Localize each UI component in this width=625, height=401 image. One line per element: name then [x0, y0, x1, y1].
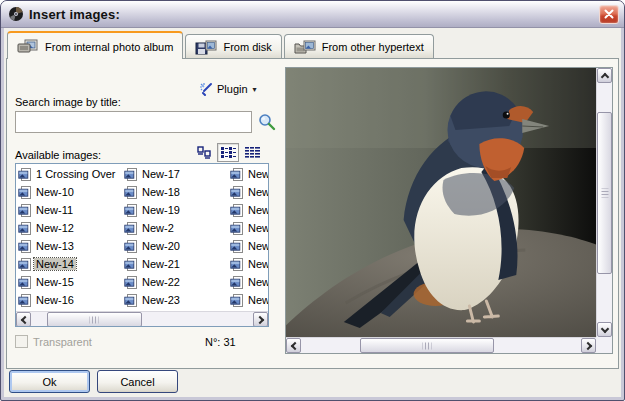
tab-from-other-hypertext[interactable]: From other hypertext	[284, 34, 434, 59]
scroll-left-button[interactable]	[286, 338, 301, 353]
list-item[interactable]: New-15	[16, 273, 122, 291]
tab-label: From other hypertext	[322, 41, 424, 53]
search-icon[interactable]	[257, 112, 277, 132]
list-item[interactable]: New-11	[16, 201, 122, 219]
image-file-icon	[230, 186, 243, 199]
list-item[interactable]: New-10	[16, 183, 122, 201]
image-file-icon	[124, 222, 137, 235]
list-item[interactable]: New	[228, 219, 268, 237]
list-item-label: New-20	[140, 240, 182, 252]
image-file-icon	[18, 294, 31, 307]
tab-from-disk[interactable]: From disk	[185, 34, 281, 59]
list-item[interactable]: New-22	[122, 273, 228, 291]
chevron-right-icon	[583, 341, 591, 349]
list-view-icon	[221, 146, 236, 159]
list-item-label: New	[246, 204, 268, 216]
footer: Ok Cancel	[4, 367, 621, 397]
scroll-thumb[interactable]	[597, 112, 612, 275]
image-file-icon	[124, 276, 137, 289]
transparent-label: Transparent	[33, 336, 92, 348]
image-file-icon	[124, 168, 137, 181]
close-icon	[604, 9, 614, 19]
list-item[interactable]: New	[228, 183, 268, 201]
list-item[interactable]: New	[228, 165, 268, 183]
list-item[interactable]: New	[228, 237, 268, 255]
list-column-2: New-17New-18New-19New-2New-20New-21New-2…	[122, 164, 228, 311]
list-item-label: New-23	[140, 294, 182, 306]
list-item[interactable]: 1 Crossing Over	[16, 165, 122, 183]
sort-by-name-button[interactable]	[193, 143, 215, 162]
preview-image-swallow	[286, 68, 596, 337]
list-item-label: New	[246, 186, 268, 198]
titlebar: Insert images:	[1, 1, 624, 28]
list-columns: 1 Crossing OverNew-10New-11New-12New-13N…	[16, 164, 268, 311]
preview-vertical-scrollbar[interactable]	[596, 68, 612, 337]
image-file-icon	[124, 204, 137, 217]
list-item-label: New	[246, 168, 268, 180]
list-item[interactable]: New-16	[16, 291, 122, 309]
list-item[interactable]: New-13	[16, 237, 122, 255]
list-item[interactable]: New	[228, 273, 268, 291]
close-button[interactable]	[599, 5, 619, 24]
image-count-label: N°: 31	[205, 336, 236, 348]
scroll-left-button[interactable]	[16, 312, 31, 327]
scrollbar-corner	[596, 337, 612, 353]
details-view-button[interactable]	[241, 143, 263, 162]
list-item[interactable]: New	[228, 255, 268, 273]
list-item[interactable]: New-14	[16, 255, 122, 273]
available-images-list[interactable]: 1 Crossing OverNew-10New-11New-12New-13N…	[15, 163, 269, 327]
list-item[interactable]: New	[228, 291, 268, 309]
tab-strip: From internal photo album From disk	[7, 31, 619, 59]
image-file-icon	[124, 258, 137, 271]
list-column-3: NewNewNewNewNewNewNewNew	[228, 164, 268, 311]
tab-label: From disk	[223, 41, 271, 53]
scroll-track[interactable]	[597, 83, 612, 322]
image-file-icon	[18, 168, 31, 181]
chevron-right-icon	[255, 315, 263, 323]
scroll-right-button[interactable]	[581, 338, 596, 353]
list-horizontal-scrollbar[interactable]	[16, 311, 268, 327]
list-item-label: New-15	[34, 276, 76, 288]
ok-button[interactable]: Ok	[9, 370, 90, 393]
scroll-up-button[interactable]	[597, 68, 612, 83]
image-file-icon	[230, 258, 243, 271]
list-item[interactable]: New-19	[122, 201, 228, 219]
list-item[interactable]: New-2	[122, 219, 228, 237]
scroll-down-button[interactable]	[597, 322, 612, 337]
disk-photo-icon	[195, 40, 217, 55]
list-item[interactable]: New-20	[122, 237, 228, 255]
scroll-thumb[interactable]	[360, 338, 494, 353]
list-item-label: New-19	[140, 204, 182, 216]
image-file-icon	[18, 276, 31, 289]
wand-icon	[199, 82, 213, 96]
search-input[interactable]	[15, 111, 252, 133]
preview-horizontal-scrollbar[interactable]	[286, 337, 596, 353]
scroll-thumb[interactable]	[47, 312, 142, 327]
swallow-photo	[286, 68, 596, 337]
list-item[interactable]: New-23	[122, 291, 228, 309]
image-file-icon	[230, 276, 243, 289]
list-item[interactable]: New-21	[122, 255, 228, 273]
list-view-button[interactable]	[217, 143, 239, 162]
page-title: Insert images:	[29, 7, 599, 22]
list-item[interactable]: New-17	[122, 165, 228, 183]
scroll-track[interactable]	[31, 312, 253, 327]
plugin-dropdown-button[interactable]: Plugin ▾	[199, 79, 271, 99]
list-item-label: New-2	[140, 222, 176, 234]
scroll-right-button[interactable]	[253, 312, 268, 327]
list-item-label: New-11	[34, 204, 75, 216]
list-item[interactable]: New	[228, 201, 268, 219]
tab-from-internal-photo-album[interactable]: From internal photo album	[7, 31, 183, 59]
list-item-label: New-14	[34, 258, 76, 270]
scroll-track[interactable]	[301, 338, 581, 353]
tab-label: From internal photo album	[45, 41, 173, 53]
transparent-checkbox[interactable]	[15, 335, 28, 348]
list-item-label: New	[246, 294, 268, 306]
chevron-down-icon: ▾	[253, 85, 257, 94]
list-item-label: New	[246, 276, 268, 288]
list-item[interactable]: New-12	[16, 219, 122, 237]
list-item-label: New	[246, 240, 268, 252]
available-images-label: Available images:	[15, 149, 101, 161]
list-item[interactable]: New-18	[122, 183, 228, 201]
cancel-button[interactable]: Cancel	[97, 370, 178, 393]
